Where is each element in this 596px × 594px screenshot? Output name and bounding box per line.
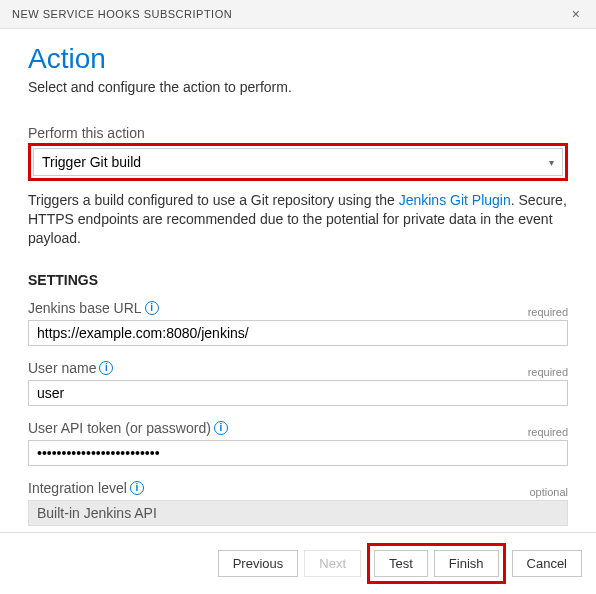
info-icon[interactable]: i xyxy=(130,481,144,495)
test-button[interactable]: Test xyxy=(374,550,428,577)
api-token-group: User API token (or password) i required xyxy=(28,420,568,466)
integration-group: Integration level i optional xyxy=(28,480,568,526)
page-subtitle: Select and configure the action to perfo… xyxy=(28,79,568,95)
user-name-input[interactable] xyxy=(28,380,568,406)
dialog-title: NEW SERVICE HOOKS SUBSCRIPTION xyxy=(12,8,232,20)
settings-heading: SETTINGS xyxy=(28,272,568,288)
action-select[interactable]: Trigger Git build ▾ xyxy=(33,148,563,176)
base-url-label: Jenkins base URL i xyxy=(28,300,159,316)
cancel-button[interactable]: Cancel xyxy=(512,550,582,577)
action-label: Perform this action xyxy=(28,125,568,141)
close-icon[interactable]: × xyxy=(568,6,584,22)
api-token-hint: required xyxy=(528,426,568,438)
integration-hint: optional xyxy=(529,486,568,498)
next-button: Next xyxy=(304,550,361,577)
dialog-content: Action Select and configure the action t… xyxy=(0,29,596,526)
api-token-label-text: User API token (or password) xyxy=(28,420,211,436)
api-token-input[interactable] xyxy=(28,440,568,466)
jenkins-git-plugin-link[interactable]: Jenkins Git Plugin xyxy=(399,192,511,208)
user-name-hint: required xyxy=(528,366,568,378)
integration-label-text: Integration level xyxy=(28,480,127,496)
integration-input[interactable] xyxy=(28,500,568,526)
dialog-footer: Previous Next Test Finish Cancel xyxy=(0,532,596,594)
base-url-label-text: Jenkins base URL xyxy=(28,300,142,316)
finish-button[interactable]: Finish xyxy=(434,550,499,577)
user-name-label-text: User name xyxy=(28,360,96,376)
info-icon[interactable]: i xyxy=(145,301,159,315)
action-highlight: Trigger Git build ▾ xyxy=(28,143,568,181)
integration-label: Integration level i xyxy=(28,480,144,496)
action-description: Triggers a build configured to use a Git… xyxy=(28,191,568,248)
api-token-label: User API token (or password) i xyxy=(28,420,228,436)
action-select-value: Trigger Git build xyxy=(42,154,141,170)
info-icon[interactable]: i xyxy=(99,361,113,375)
base-url-group: Jenkins base URL i required xyxy=(28,300,568,346)
description-pre: Triggers a build configured to use a Git… xyxy=(28,192,399,208)
info-icon[interactable]: i xyxy=(214,421,228,435)
previous-button[interactable]: Previous xyxy=(218,550,299,577)
test-finish-highlight: Test Finish xyxy=(367,543,506,584)
action-field-group: Perform this action Trigger Git build ▾ … xyxy=(28,125,568,248)
base-url-hint: required xyxy=(528,306,568,318)
base-url-input[interactable] xyxy=(28,320,568,346)
dialog-header: NEW SERVICE HOOKS SUBSCRIPTION × xyxy=(0,0,596,29)
page-title: Action xyxy=(28,43,568,75)
user-name-label: User name i xyxy=(28,360,113,376)
user-name-group: User name i required xyxy=(28,360,568,406)
chevron-down-icon: ▾ xyxy=(549,157,554,168)
